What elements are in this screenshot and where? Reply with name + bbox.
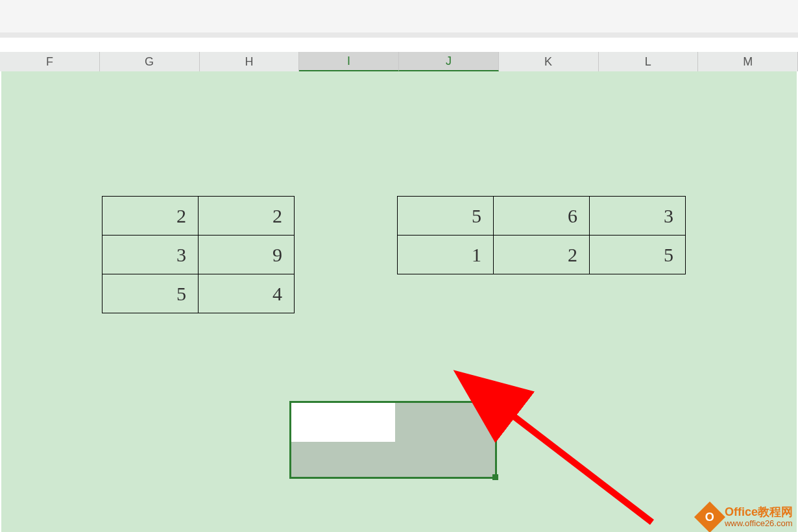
ribbon-area <box>0 0 798 38</box>
table-row: 5 6 3 <box>398 197 686 236</box>
cell[interactable]: 3 <box>103 236 199 274</box>
watermark-url: www.office26.com <box>725 519 793 528</box>
cell[interactable]: 3 <box>590 197 686 236</box>
col-header-K[interactable]: K <box>499 52 599 71</box>
cell[interactable]: 5 <box>103 274 199 313</box>
col-header-M[interactable]: M <box>698 52 798 71</box>
column-headers: F G H I J K L M <box>0 52 798 71</box>
watermark-letter: O <box>705 510 714 524</box>
col-header-J[interactable]: J <box>399 52 499 71</box>
col-header-L[interactable]: L <box>599 52 699 71</box>
cell[interactable]: 1 <box>398 236 494 274</box>
active-cell[interactable] <box>291 403 395 442</box>
selected-cell[interactable] <box>395 403 495 442</box>
cell-selection[interactable] <box>289 401 497 479</box>
spreadsheet-grid[interactable]: 2 2 3 9 5 4 5 6 3 1 2 5 <box>1 71 797 532</box>
col-header-G[interactable]: G <box>100 52 200 71</box>
col-header-H[interactable]: H <box>200 52 300 71</box>
cell[interactable]: 2 <box>103 197 199 236</box>
table-row: 3 9 <box>103 236 295 274</box>
col-header-I[interactable]: I <box>299 52 399 71</box>
cell[interactable]: 5 <box>590 236 686 274</box>
selected-cell[interactable] <box>291 442 495 477</box>
cell[interactable]: 6 <box>494 197 590 236</box>
fill-handle[interactable] <box>492 474 498 480</box>
cell[interactable]: 2 <box>494 236 590 274</box>
cell[interactable]: 5 <box>398 197 494 236</box>
table-row: 1 2 5 <box>398 236 686 274</box>
cell[interactable]: 9 <box>199 236 295 274</box>
cell[interactable]: 2 <box>199 197 295 236</box>
data-table-2: 5 6 3 1 2 5 <box>397 196 686 274</box>
col-header-F[interactable]: F <box>0 52 100 71</box>
watermark-logo-icon: O <box>694 502 725 532</box>
table-row: 5 4 <box>103 274 295 313</box>
watermark: O Office教程网 www.office26.com <box>699 506 793 528</box>
table-row: 2 2 <box>103 197 295 236</box>
watermark-text: Office教程网 www.office26.com <box>725 506 793 528</box>
cell[interactable]: 4 <box>199 274 295 313</box>
data-table-1: 2 2 3 9 5 4 <box>102 196 295 313</box>
watermark-title: Office教程网 <box>725 506 793 519</box>
